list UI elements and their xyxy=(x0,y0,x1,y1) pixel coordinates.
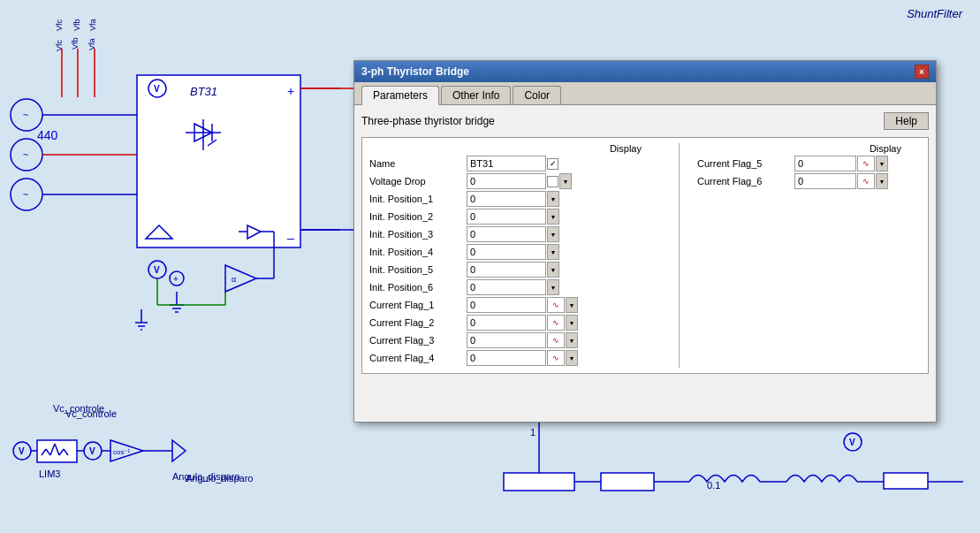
param-label-init-pos-5: Init. Position_5 xyxy=(369,264,467,275)
params-two-col: Display Name ✓ Voltage Drop xyxy=(369,143,921,368)
svg-text:V: V xyxy=(154,265,160,275)
label-vfb: Vfb xyxy=(72,19,81,31)
svg-text:V: V xyxy=(19,446,25,456)
param-row-current-flag-5: Current Flag_5 ∿ ▼ xyxy=(697,156,921,171)
wave-btn-current-flag-6[interactable]: ∿ xyxy=(857,173,875,189)
wave-btn-current-flag-3[interactable]: ∿ xyxy=(547,332,565,348)
display-header-label-right: Display xyxy=(697,143,921,154)
display-header-row: Display xyxy=(369,143,661,154)
dropdown-init-pos-5[interactable]: ▼ xyxy=(547,262,559,278)
param-label-current-flag-2: Current Flag_2 xyxy=(369,317,467,328)
param-row-current-flag-3: Current Flag_3 ∿ ▼ xyxy=(369,332,661,348)
param-row-current-flag-1: Current Flag_1 ∿ ▼ xyxy=(369,297,661,313)
display-header-row-right: Display xyxy=(697,143,921,154)
svg-text:V: V xyxy=(849,438,855,447)
dialog-title: 3-ph Thyristor Bridge xyxy=(361,65,469,78)
param-row-init-pos-3: Init. Position_3 ▼ xyxy=(369,226,661,242)
dropdown-init-pos-2[interactable]: ▼ xyxy=(547,209,559,225)
input-current-flag-1[interactable] xyxy=(467,297,546,313)
svg-marker-67 xyxy=(172,440,186,461)
checkbox-name-display[interactable]: ✓ xyxy=(547,158,558,170)
label-vfa: Vfa xyxy=(88,19,97,31)
input-init-pos-6[interactable] xyxy=(467,279,546,295)
svg-marker-33 xyxy=(225,265,256,292)
help-button[interactable]: Help xyxy=(884,112,929,130)
param-field-init-pos-5: ▼ xyxy=(467,262,559,278)
param-row-current-flag-4: Current Flag_4 ∿ ▼ xyxy=(369,350,661,366)
input-current-flag-5[interactable] xyxy=(794,156,856,171)
param-label-current-flag-4: Current Flag_4 xyxy=(369,353,467,363)
svg-text:α: α xyxy=(232,275,236,284)
svg-text:V: V xyxy=(89,446,95,456)
dropdown-current-flag-4[interactable]: ▼ xyxy=(566,350,578,366)
wave-btn-current-flag-1[interactable]: ∿ xyxy=(547,297,565,313)
param-field-current-flag-2: ∿ ▼ xyxy=(467,315,578,331)
dropdown-current-flag-3[interactable]: ▼ xyxy=(566,332,578,348)
dropdown-init-pos-4[interactable]: ▼ xyxy=(547,244,559,260)
label-lim3: LIM3 xyxy=(39,468,60,479)
dropdown-current-flag-5[interactable]: ▼ xyxy=(876,156,888,171)
input-current-flag-2[interactable] xyxy=(467,315,546,331)
dropdown-init-pos-3[interactable]: ▼ xyxy=(547,226,559,242)
param-label-voltage-drop: Voltage Drop xyxy=(369,176,467,187)
svg-text:+: + xyxy=(287,84,294,98)
param-row-init-pos-4: Init. Position_4 ▼ xyxy=(369,244,661,260)
param-label-init-pos-2: Init. Position_2 xyxy=(369,211,467,222)
param-label-current-flag-6: Current Flag_6 xyxy=(697,176,794,187)
param-field-voltage-drop: ▼ xyxy=(467,173,572,189)
label-vc-controle2: Vc_controle xyxy=(65,408,117,419)
svg-rect-15 xyxy=(137,75,300,247)
input-init-pos-4[interactable] xyxy=(467,244,546,260)
dropdown-voltage-drop[interactable]: ▼ xyxy=(559,173,572,189)
wave-btn-current-flag-2[interactable]: ∿ xyxy=(547,315,565,331)
param-field-init-pos-1: ▼ xyxy=(467,191,559,207)
schematic-diagram: ~ ~ ~ Vfc Vfb Vfa BT31 V + _ 440 α xyxy=(0,0,353,533)
wave-btn-current-flag-4[interactable]: ∿ xyxy=(547,350,565,366)
dropdown-init-pos-6[interactable]: ▼ xyxy=(547,279,559,295)
display-header-label: Display xyxy=(467,143,661,154)
param-field-current-flag-3: ∿ ▼ xyxy=(467,332,578,348)
dropdown-init-pos-1[interactable]: ▼ xyxy=(547,191,559,207)
dropdown-current-flag-6[interactable]: ▼ xyxy=(876,173,888,189)
checkbox-voltage-drop-display[interactable] xyxy=(547,176,558,187)
param-label-init-pos-6: Init. Position_6 xyxy=(369,282,467,293)
param-row-init-pos-1: Init. Position_1 ▼ xyxy=(369,191,661,207)
svg-text:~: ~ xyxy=(23,110,28,120)
svg-text:cos⁻¹: cos⁻¹ xyxy=(113,448,130,456)
close-button[interactable]: × xyxy=(915,65,929,79)
dropdown-current-flag-2[interactable]: ▼ xyxy=(566,315,578,331)
svg-text:440: 440 xyxy=(37,128,58,142)
tab-color[interactable]: Color xyxy=(513,86,561,104)
tab-parameters[interactable]: Parameters xyxy=(361,86,439,105)
param-field-name: ✓ xyxy=(467,156,558,171)
param-label-init-pos-3: Init. Position_3 xyxy=(369,229,467,240)
param-row-init-pos-6: Init. Position_6 ▼ xyxy=(369,279,661,295)
input-init-pos-1[interactable] xyxy=(467,191,546,207)
param-row-current-flag-6: Current Flag_6 ∿ ▼ xyxy=(697,173,921,189)
input-init-pos-2[interactable] xyxy=(467,209,546,225)
svg-text:~: ~ xyxy=(23,190,28,200)
input-current-flag-3[interactable] xyxy=(467,332,546,348)
input-init-pos-5[interactable] xyxy=(467,262,546,278)
svg-text:BT31: BT31 xyxy=(190,85,217,98)
params-right-col: Display Current Flag_5 ∿ ▼ Current Flag xyxy=(697,143,921,368)
svg-text:_: _ xyxy=(286,225,294,240)
column-divider xyxy=(679,143,680,368)
dropdown-current-flag-1[interactable]: ▼ xyxy=(566,297,578,313)
input-current-flag-4[interactable] xyxy=(467,350,546,366)
param-field-current-flag-6: ∿ ▼ xyxy=(794,173,888,189)
input-voltage-drop[interactable] xyxy=(467,173,546,189)
param-label-current-flag-1: Current Flag_1 xyxy=(369,300,467,310)
thyristor-bridge-dialog: 3-ph Thyristor Bridge × Parameters Other… xyxy=(353,60,937,423)
param-label-init-pos-4: Init. Position_4 xyxy=(369,247,467,257)
input-current-flag-6[interactable] xyxy=(794,173,856,189)
input-name[interactable] xyxy=(467,156,546,171)
input-init-pos-3[interactable] xyxy=(467,226,546,242)
tab-other-info[interactable]: Other Info xyxy=(441,86,511,104)
param-label-name: Name xyxy=(369,158,467,169)
param-row-voltage-drop: Voltage Drop ▼ xyxy=(369,173,661,189)
block-description: Three-phase thyristor bridge xyxy=(361,115,495,127)
wave-btn-current-flag-5[interactable]: ∿ xyxy=(857,156,875,171)
svg-text:+: + xyxy=(173,274,179,284)
dialog-content: Three-phase thyristor bridge Help Displa… xyxy=(354,105,936,422)
